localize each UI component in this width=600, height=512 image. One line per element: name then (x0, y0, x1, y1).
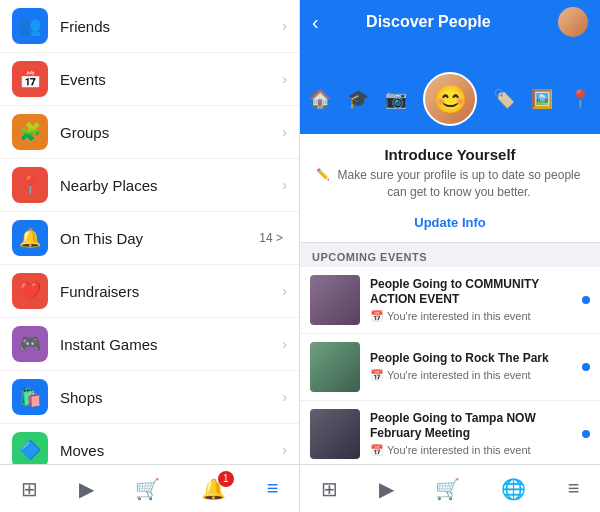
events-list: People Going to COMMUNITY ACTION EVENT 📅… (300, 267, 600, 464)
event-thumb-0 (310, 275, 360, 325)
menu-list: 👥 Friends › 📅 Events › 🧩 Groups › 📍 Near… (0, 0, 299, 464)
right-panel: ‹ Discover People 🏠 🎓 📷 😊 🏷️ 🖼️ 📍 Introd… (300, 0, 600, 512)
event-item-2[interactable]: People Going to Tampa NOW February Meeti… (300, 401, 600, 464)
menu-chevron-nearby: › (282, 177, 287, 193)
right-tab-globe[interactable]: 🌐 (501, 477, 526, 501)
menu-icon-events: 📅 (12, 61, 48, 97)
menu-label-friends: Friends (60, 18, 282, 35)
right-header: ‹ Discover People (300, 0, 600, 44)
menu-item-moves[interactable]: 🔷 Moves › (0, 424, 299, 464)
edit-hint: ✏️ Make sure your profile is up to date … (316, 167, 584, 209)
left-tab-marketplace[interactable]: 🛒 (135, 477, 160, 501)
event-sub-2: 📅 You're interested in this event (370, 444, 576, 457)
menu-icon-thisday: 🔔 (12, 220, 48, 256)
event-sub-1: 📅 You're interested in this event (370, 369, 576, 382)
menu-chevron-friends: › (282, 18, 287, 34)
event-info-2: People Going to Tampa NOW February Meeti… (370, 411, 576, 457)
menu-icon-games: 🎮 (12, 326, 48, 362)
cover-icons: 🏠 🎓 📷 😊 🏷️ 🖼️ 📍 (309, 72, 591, 126)
menu-label-shops: Shops (60, 389, 282, 406)
menu-icon-groups: 🧩 (12, 114, 48, 150)
event-dot-1 (582, 363, 590, 371)
event-title-0: People Going to COMMUNITY ACTION EVENT (370, 277, 576, 308)
calendar-icon-0: 📅 (370, 310, 384, 323)
event-item-0[interactable]: People Going to COMMUNITY ACTION EVENT 📅… (300, 267, 600, 334)
event-dot-2 (582, 430, 590, 438)
menu-chevron-moves: › (282, 442, 287, 458)
events-section: UPCOMING EVENTS People Going to COMMUNIT… (300, 243, 600, 464)
menu-icon-moves: 🔷 (12, 432, 48, 464)
menu-label-groups: Groups (60, 124, 282, 141)
event-info-1: People Going to Rock The Park 📅 You're i… (370, 351, 576, 382)
event-item-1[interactable]: People Going to Rock The Park 📅 You're i… (300, 334, 600, 401)
left-tab-menu[interactable]: ≡ (267, 477, 279, 500)
menu-icon-friends: 👥 (12, 8, 48, 44)
menu-item-groups[interactable]: 🧩 Groups › (0, 106, 299, 159)
menu-icon-shops: 🛍️ (12, 379, 48, 415)
profile-cover-area: 🏠 🎓 📷 😊 🏷️ 🖼️ 📍 (300, 44, 600, 134)
update-info-button[interactable]: Update Info (316, 215, 584, 230)
right-tab-marketplace[interactable]: 🛒 (435, 477, 460, 501)
event-dot-0 (582, 296, 590, 304)
back-button[interactable]: ‹ (312, 11, 319, 34)
menu-chevron-games: › (282, 336, 287, 352)
right-tab-play[interactable]: ▶ (379, 477, 394, 501)
left-tab-notifications[interactable]: 🔔1 (201, 477, 226, 501)
menu-chevron-events: › (282, 71, 287, 87)
home-cover-icon[interactable]: 🏠 (309, 88, 331, 110)
introduce-title: Introduce Yourself (316, 146, 584, 163)
event-thumb-1 (310, 342, 360, 392)
menu-item-events[interactable]: 📅 Events › (0, 53, 299, 106)
menu-label-thisday: On This Day (60, 230, 259, 247)
left-tab-play[interactable]: ▶ (79, 477, 94, 501)
menu-chevron-fundraisers: › (282, 283, 287, 299)
right-tab-menu[interactable]: ≡ (568, 477, 580, 500)
menu-item-games[interactable]: 🎮 Instant Games › (0, 318, 299, 371)
menu-label-fundraisers: Fundraisers (60, 283, 282, 300)
introduce-card: Introduce Yourself ✏️ Make sure your pro… (300, 134, 600, 243)
right-title: Discover People (329, 13, 528, 31)
menu-icon-fundraisers: ❤️ (12, 273, 48, 309)
menu-label-events: Events (60, 71, 282, 88)
menu-label-games: Instant Games (60, 336, 282, 353)
event-info-0: People Going to COMMUNITY ACTION EVENT 📅… (370, 277, 576, 323)
menu-icon-nearby: 📍 (12, 167, 48, 203)
menu-item-nearby[interactable]: 📍 Nearby Places › (0, 159, 299, 212)
menu-chevron-shops: › (282, 389, 287, 405)
event-thumb-2 (310, 409, 360, 459)
left-bottom-bar: ⊞▶🛒🔔1≡ (0, 464, 299, 512)
user-avatar[interactable] (558, 7, 588, 37)
events-header: UPCOMING EVENTS (300, 243, 600, 267)
introduce-description: Make sure your profile is up to date so … (334, 167, 584, 201)
notification-badge: 1 (218, 471, 234, 487)
location-cover-icon[interactable]: 📍 (569, 88, 591, 110)
image-cover-icon[interactable]: 🖼️ (531, 88, 553, 110)
menu-chevron-groups: › (282, 124, 287, 140)
menu-item-shops[interactable]: 🛍️ Shops › (0, 371, 299, 424)
right-bottom-bar: ⊞▶🛒🌐≡ (300, 464, 600, 512)
photo-cover-icon[interactable]: 📷 (385, 88, 407, 110)
event-title-2: People Going to Tampa NOW February Meeti… (370, 411, 576, 442)
left-panel: 👥 Friends › 📅 Events › 🧩 Groups › 📍 Near… (0, 0, 300, 512)
menu-item-fundraisers[interactable]: ❤️ Fundraisers › (0, 265, 299, 318)
education-cover-icon[interactable]: 🎓 (347, 88, 369, 110)
profile-photo[interactable]: 😊 (423, 72, 477, 126)
event-title-1: People Going to Rock The Park (370, 351, 576, 367)
menu-label-nearby: Nearby Places (60, 177, 282, 194)
menu-item-thisday[interactable]: 🔔 On This Day 14 > (0, 212, 299, 265)
calendar-icon-1: 📅 (370, 369, 384, 382)
menu-item-friends[interactable]: 👥 Friends › (0, 0, 299, 53)
menu-label-moves: Moves (60, 442, 282, 459)
menu-badge-thisday: 14 > (259, 231, 283, 245)
left-tab-home[interactable]: ⊞ (21, 477, 38, 501)
calendar-icon-2: 📅 (370, 444, 384, 457)
pencil-icon: ✏️ (316, 168, 330, 181)
event-sub-0: 📅 You're interested in this event (370, 310, 576, 323)
tag-cover-icon[interactable]: 🏷️ (493, 88, 515, 110)
right-tab-home[interactable]: ⊞ (321, 477, 338, 501)
